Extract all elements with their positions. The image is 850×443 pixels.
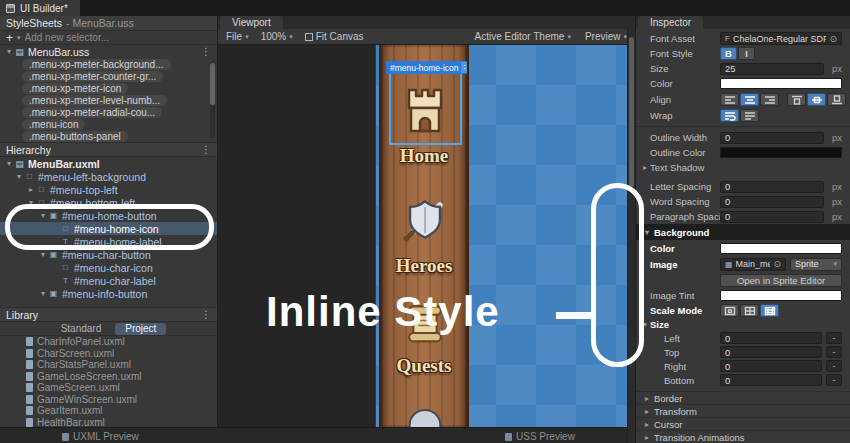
- foldout-arrow-icon[interactable]: ▾: [14, 172, 24, 181]
- tab-standard[interactable]: Standard: [51, 323, 112, 335]
- zoom-dropdown[interactable]: 100%▾: [261, 31, 293, 42]
- letter-spacing-input[interactable]: 0: [720, 181, 824, 193]
- paragraph-spacing-unit[interactable]: px: [828, 211, 842, 222]
- valign-middle-button[interactable]: [807, 93, 826, 106]
- hierarchy-item-menubar-uxml[interactable]: ▾ ▤ MenuBar.uxml: [0, 157, 217, 170]
- size-right-input[interactable]: 0: [720, 360, 822, 372]
- library-item[interactable]: CharScreen.uxml: [0, 348, 217, 360]
- foldout-arrow-icon[interactable]: ▾: [38, 211, 48, 220]
- foldout-arrow-icon[interactable]: ▾: [4, 47, 14, 56]
- foldout-arrow-icon[interactable]: ▸: [26, 185, 36, 194]
- italic-toggle[interactable]: I: [738, 47, 755, 60]
- foldout-arrow-icon[interactable]: ▾: [640, 320, 650, 329]
- hierarchy-item-menu-bottom-left[interactable]: ▾ □ #menu-bottom-left: [0, 196, 217, 209]
- menu-heroes-icon-element[interactable]: [392, 189, 458, 251]
- border-section-row[interactable]: ▸ Border: [636, 391, 850, 404]
- scale-mode-sliced-button[interactable]: [760, 304, 779, 317]
- library-menu-icon[interactable]: ⋮: [201, 309, 211, 320]
- font-size-unit[interactable]: px: [828, 63, 842, 74]
- background-color-swatch[interactable]: [720, 243, 842, 254]
- scale-mode-stretch-button[interactable]: [720, 304, 739, 317]
- size-top-unit-dropdown[interactable]: -: [826, 346, 842, 358]
- fit-canvas-button[interactable]: Fit Canvas: [305, 31, 364, 42]
- uss-selector-item[interactable]: .menu-buttons-panel: [0, 130, 217, 142]
- hierarchy-menu-icon[interactable]: ⋮: [201, 144, 211, 155]
- open-sprite-editor-button[interactable]: Open in Sprite Editor: [720, 274, 842, 287]
- wrap-on-button[interactable]: [720, 109, 739, 122]
- hierarchy-item-menu-char-button[interactable]: ▾ ▣ #menu-char-button: [0, 248, 217, 261]
- paragraph-spacing-input[interactable]: 0: [720, 211, 824, 223]
- object-picker-icon[interactable]: ⊙: [829, 34, 837, 44]
- library-item[interactable]: CharStatsPanel.uxml: [0, 359, 217, 371]
- library-item[interactable]: GameWinScreen.uxml: [0, 394, 217, 406]
- wrap-off-button[interactable]: [740, 109, 759, 122]
- menu-quests-label-element[interactable]: Quests: [381, 355, 467, 377]
- window-tab[interactable]: UI Builder*: [0, 0, 80, 16]
- valign-bottom-button[interactable]: [827, 93, 846, 106]
- file-menu[interactable]: File▾: [226, 31, 249, 42]
- library-item[interactable]: HealthBar.uxml: [0, 417, 217, 428]
- hierarchy-item-menu-info-button[interactable]: ▾ ▣ #menu-info-button: [0, 287, 217, 300]
- scale-mode-crop-button[interactable]: [740, 304, 759, 317]
- cursor-section-row[interactable]: ▸ Cursor: [636, 417, 850, 430]
- text-shadow-row[interactable]: ▸ Text Shadow: [636, 160, 850, 175]
- hierarchy-item-menu-top-left[interactable]: ▸ □ #menu-top-left: [0, 183, 217, 196]
- tab-project[interactable]: Project: [115, 323, 166, 335]
- outline-width-input[interactable]: 0: [720, 132, 824, 144]
- size-left-input[interactable]: 0: [720, 332, 822, 344]
- uxml-preview-tab[interactable]: UXML Preview: [62, 431, 139, 442]
- selection-header[interactable]: #menu-home-icon ∷: [386, 61, 469, 74]
- menu-partial-icon-element[interactable]: [392, 393, 458, 427]
- word-spacing-input[interactable]: 0: [720, 196, 824, 208]
- library-item[interactable]: GameLoseScreen.uxml: [0, 371, 217, 383]
- foldout-arrow-icon[interactable]: ▾: [38, 250, 48, 259]
- foldout-arrow-icon[interactable]: ▾: [26, 198, 36, 207]
- hierarchy-item-menu-home-button[interactable]: ▾ ▣ #menu-home-button: [0, 209, 217, 222]
- outline-width-unit[interactable]: px: [828, 132, 842, 143]
- foldout-arrow-icon[interactable]: ▸: [642, 407, 652, 416]
- size-right-unit-dropdown[interactable]: -: [826, 360, 842, 372]
- uss-selector-item[interactable]: .menu-xp-meter-background...: [0, 58, 217, 70]
- word-spacing-unit[interactable]: px: [828, 196, 842, 207]
- library-item[interactable]: GameScreen.uxml: [0, 382, 217, 394]
- foldout-arrow-icon[interactable]: ▸: [642, 433, 652, 442]
- align-center-button[interactable]: [740, 93, 759, 106]
- menu-heroes-label-element[interactable]: Heroes: [381, 255, 467, 277]
- game-canvas[interactable]: #menu-home-icon ∷ Home: [375, 45, 635, 427]
- stylesheet-menu-icon[interactable]: ⋮: [201, 46, 211, 57]
- object-picker-icon[interactable]: ⊙: [773, 259, 781, 269]
- size-bottom-input[interactable]: 0: [720, 374, 822, 386]
- align-right-button[interactable]: [760, 93, 779, 106]
- transition-animations-section-row[interactable]: ▸ Transition Animations: [636, 430, 850, 443]
- foldout-arrow-icon[interactable]: ▸: [642, 394, 652, 403]
- uss-selector-item[interactable]: .menu-icon: [0, 118, 217, 130]
- size-foldout-row[interactable]: ▾ Size: [636, 318, 850, 331]
- add-selector-input[interactable]: [25, 32, 211, 43]
- uss-preview-tab[interactable]: USS Preview: [505, 431, 575, 442]
- transform-section-row[interactable]: ▸ Transform: [636, 404, 850, 417]
- background-section-header[interactable]: ▾ Background: [636, 224, 850, 240]
- uss-selector-item[interactable]: .menu-xp-meter-radial-cou...: [0, 106, 217, 118]
- drag-handle-icon[interactable]: ∷: [461, 62, 469, 73]
- uss-selector-item[interactable]: .menu-xp-meter-icon: [0, 82, 217, 94]
- letter-spacing-unit[interactable]: px: [828, 181, 842, 192]
- hierarchy-item-menu-home-label[interactable]: T #menu-home-label: [0, 235, 217, 248]
- font-color-swatch[interactable]: [720, 78, 842, 89]
- menu-home-label-element[interactable]: Home: [381, 145, 467, 167]
- inspector-scrollbar[interactable]: [627, 29, 635, 443]
- stylesheet-root-row[interactable]: ▾ ▤ MenuBar.uss ⋮: [0, 45, 217, 58]
- image-tint-swatch[interactable]: [720, 290, 842, 301]
- align-left-button[interactable]: [720, 93, 739, 106]
- size-left-unit-dropdown[interactable]: -: [826, 332, 842, 344]
- valign-top-button[interactable]: [787, 93, 806, 106]
- foldout-arrow-icon[interactable]: ▸: [640, 163, 650, 172]
- menu-home-icon-element[interactable]: [392, 73, 458, 143]
- size-top-input[interactable]: 0: [720, 346, 822, 358]
- menu-quests-icon-element[interactable]: [392, 295, 458, 351]
- editor-theme-dropdown[interactable]: Active Editor Theme▾: [475, 31, 571, 42]
- foldout-arrow-icon[interactable]: ▾: [38, 289, 48, 298]
- font-asset-object-field[interactable]: F ChelaOne-Regular SDF T (F ⊙: [720, 32, 842, 45]
- background-image-object-field[interactable]: ▦ Main_menu_icon ⊙: [720, 258, 786, 271]
- scrollbar-thumb[interactable]: [210, 63, 215, 105]
- hierarchy-item-menu-char-icon[interactable]: □ #menu-char-icon: [0, 261, 217, 274]
